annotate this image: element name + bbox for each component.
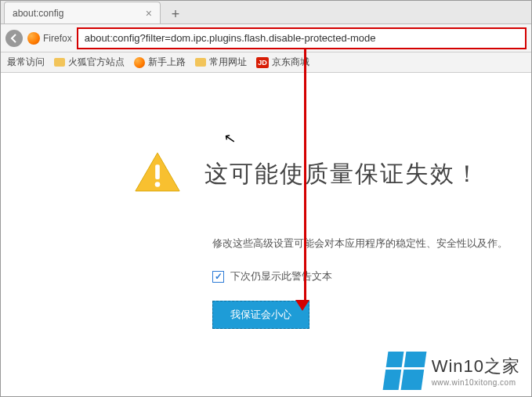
url-input[interactable]: about:config?filter=dom.ipc.plugins.flas… <box>77 27 527 49</box>
watermark-title: Win10之家 <box>432 355 520 378</box>
bookmark-firefox-sites[interactable]: 火狐官方站点 <box>54 56 125 69</box>
identity-box[interactable]: Firefox <box>27 32 72 45</box>
bookmark-jd[interactable]: JD 京东商城 <box>256 56 309 69</box>
identity-label: Firefox <box>43 33 72 44</box>
bookmark-getting-started[interactable]: 新手上路 <box>134 56 186 69</box>
bookmarks-bar: 最常访问 火狐官方站点 新手上路 常用网址 JD 京东商城 <box>1 52 531 73</box>
show-warning-checkbox[interactable]: ✓ <box>212 271 224 283</box>
firefox-icon <box>134 57 145 68</box>
new-tab-button[interactable]: + <box>165 5 186 23</box>
jd-icon: JD <box>256 57 269 68</box>
svg-point-1 <box>155 182 161 187</box>
bookmark-most-visited[interactable]: 最常访问 <box>7 56 45 69</box>
bookmark-label: 京东商城 <box>272 56 309 69</box>
watermark: Win10之家 www.win10xitong.com <box>385 352 520 390</box>
checkbox-label: 下次仍显示此警告文本 <box>230 269 332 283</box>
folder-icon <box>54 58 65 67</box>
bookmark-label: 火狐官方站点 <box>68 56 125 69</box>
windows-logo-icon <box>382 352 426 390</box>
firefox-icon <box>27 32 40 45</box>
warning-description: 修改这些高级设置可能会对本应用程序的稳定性、安全性以及作。 <box>212 234 531 252</box>
warning-header: 这可能使质量保证失效！ <box>134 151 531 197</box>
browser-tab[interactable]: about:config × <box>4 2 161 23</box>
url-text: about:config?filter=dom.ipc.plugins.flas… <box>85 32 376 44</box>
bookmark-common-sites[interactable]: 常用网址 <box>195 56 247 69</box>
arrow-left-icon <box>9 34 19 43</box>
bookmark-label: 常用网址 <box>209 56 247 69</box>
tab-bar: about:config × + <box>1 1 531 24</box>
bookmark-label: 最常访问 <box>7 56 45 69</box>
accept-risk-button[interactable]: 我保证会小心 <box>212 301 309 329</box>
page-content: 这可能使质量保证失效！ 修改这些高级设置可能会对本应用程序的稳定性、安全性以及作… <box>1 73 531 397</box>
back-button[interactable] <box>5 30 23 47</box>
bookmark-label: 新手上路 <box>148 56 186 69</box>
navigation-bar: Firefox about:config?filter=dom.ipc.plug… <box>1 24 531 52</box>
show-warning-checkbox-row: ✓ 下次仍显示此警告文本 <box>212 269 531 283</box>
watermark-url: www.win10xitong.com <box>432 378 520 387</box>
warning-icon <box>134 151 181 197</box>
folder-icon <box>195 58 206 67</box>
close-icon[interactable]: × <box>146 7 152 20</box>
warning-title: 这可能使质量保证失效！ <box>204 158 480 190</box>
svg-rect-0 <box>155 164 160 179</box>
tab-title: about:config <box>13 8 141 19</box>
